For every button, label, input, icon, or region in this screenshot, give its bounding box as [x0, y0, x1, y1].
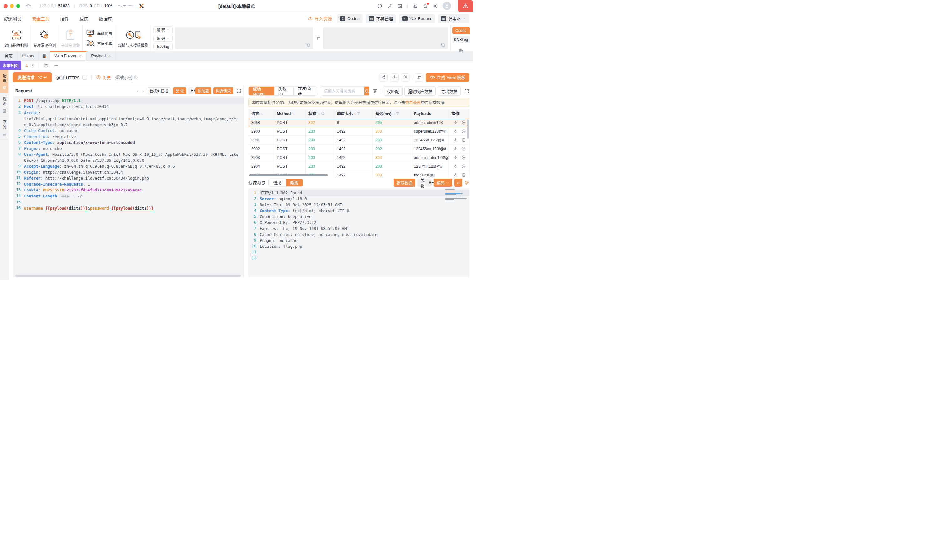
open-detail-arrow-icon[interactable] [460, 138, 468, 142]
column-header-6[interactable]: 操作 [449, 109, 469, 118]
maximize-window-button[interactable] [16, 4, 20, 8]
add-tab-plus-icon[interactable] [54, 63, 58, 68]
side-nav-rules[interactable]: 规则 [0, 93, 8, 116]
request-button-hot-reload[interactable]: 热加载 [195, 87, 211, 94]
search-icon[interactable] [321, 111, 325, 116]
tool-crawler[interactable]: 基础爬虫 [86, 29, 112, 37]
table-row-2902[interactable]: 2902POST2001492202123456aa,123!@# [248, 145, 469, 153]
editor-minimap[interactable] [446, 189, 468, 204]
retry-lightning-icon[interactable] [451, 138, 460, 142]
preview-tab-request[interactable]: 请求 [269, 179, 286, 186]
menubar-button-notepad[interactable]: ▦记事本 [438, 14, 469, 23]
horizontal-scrollbar[interactable] [15, 275, 241, 277]
import-button[interactable] [401, 73, 409, 82]
open-detail-arrow-icon[interactable] [460, 155, 468, 160]
retry-lightning-icon[interactable] [451, 147, 460, 151]
tool-space-engine[interactable]: 空间引擎 [86, 39, 112, 47]
tool-port-scan[interactable]: 端口/指纹扫描 [2, 25, 31, 51]
request-button-beautify[interactable]: 美 化 [173, 87, 186, 94]
avatar[interactable] [443, 2, 451, 10]
force-https-toggle[interactable]: 强制 HTTPS [56, 74, 87, 80]
response-editor[interactable]: 1HTTP/1.1 302 Found2Server: nginx/1.18.0… [248, 188, 469, 277]
home-icon[interactable] [26, 3, 31, 9]
tool-brute[interactable]: 爆破与未授权检测 [115, 25, 151, 51]
prev-arrow-icon[interactable]: ‹ [136, 88, 140, 94]
notifications-bell-icon[interactable] [423, 3, 428, 8]
send-request-button[interactable]: 发送请求 ⌥ ↵ [12, 72, 52, 82]
tools-icon[interactable] [387, 3, 392, 8]
window-controls[interactable] [4, 4, 20, 8]
generate-yaml-button[interactable]: </> 生成 Yaml 模板 [426, 73, 469, 82]
menu-item-database[interactable]: 数据库 [99, 15, 112, 22]
sort-icons[interactable]: ↑↓ [354, 112, 356, 115]
sort-icons[interactable]: ↑↓ [393, 112, 395, 115]
save-icon[interactable] [43, 63, 49, 68]
table-row-2901[interactable]: 2901POST2001492200123456a,123!@# [248, 136, 469, 145]
next-arrow-icon[interactable]: › [142, 88, 145, 94]
brute-example-link[interactable]: 爆破示例 [115, 74, 138, 80]
retry-lightning-icon[interactable] [451, 129, 460, 134]
close-icon[interactable] [108, 54, 111, 58]
fuzzer-subtab-seq-1[interactable]: 1 [21, 61, 39, 70]
retry-lightning-icon[interactable] [451, 120, 460, 125]
column-header-4[interactable]: 延迟(ms)↑↓ [372, 109, 411, 118]
table-row-2903[interactable]: 2903POST2001492304administrator,123!@# [248, 153, 469, 162]
codec-button-fuzztag[interactable]: fuzztag [153, 43, 173, 50]
sort-icons[interactable]: ↑↓ [261, 112, 263, 115]
codec-output-area[interactable] [323, 27, 448, 49]
preview-button-encode[interactable]: 编码 [434, 178, 452, 187]
filter-funnel-icon[interactable] [357, 112, 361, 115]
column-header-0[interactable]: 请求↑↓ [248, 109, 274, 118]
wrap-line-button[interactable] [454, 178, 462, 187]
menu-item-security-tools[interactable]: 安全工具 [32, 15, 49, 22]
editor-settings-gear-icon[interactable] [464, 180, 469, 185]
fullscreen-icon[interactable] [465, 89, 469, 94]
close-icon[interactable] [78, 54, 82, 58]
open-detail-arrow-icon[interactable] [460, 120, 468, 125]
fullscreen-icon[interactable] [237, 89, 241, 93]
codec-input-area[interactable] [175, 27, 313, 49]
side-nav-config[interactable]: 配置 [0, 70, 8, 93]
request-editor[interactable]: 1POST /login.php HTTP/1.12Host ?: challe… [13, 96, 244, 277]
tool-vuln-scan[interactable]: 专项漏洞检测 [31, 25, 58, 51]
column-header-5[interactable]: Payloads [411, 109, 449, 118]
close-window-button[interactable] [4, 4, 8, 8]
menu-item-pentest[interactable]: 渗透测试 [4, 15, 21, 22]
side-tab-dnslog[interactable]: DNSLog [452, 36, 470, 43]
tab-db-grid[interactable] [39, 51, 50, 60]
side-nav-sequence[interactable]: 序列 [0, 116, 8, 140]
request-button-packet-scan[interactable]: 数据包扫描 [147, 87, 171, 94]
column-header-2[interactable]: 状态↑↓ [306, 109, 334, 118]
menubar-button-dict-manage[interactable]: ▤字典管理 [366, 14, 396, 23]
tab-web-fuzzer[interactable]: Web Fuzzer [50, 51, 87, 60]
menu-item-plugins[interactable]: 插件 [60, 15, 69, 22]
table-row-2900[interactable]: 2900POST2001492300superuser,123!@# [248, 127, 469, 136]
results-button-extract-response[interactable]: 提取响应数据 [405, 86, 436, 96]
swap-icon[interactable] [315, 36, 321, 41]
share-button[interactable] [379, 73, 388, 82]
minimize-window-button[interactable] [10, 4, 14, 8]
tab-payload[interactable]: Payload [87, 51, 116, 60]
preview-button-extract-data[interactable]: 提取数据 [394, 178, 415, 187]
filter-funnel-icon[interactable] [396, 112, 400, 115]
results-tab-concurrent[interactable]: 并发/负载 [294, 87, 317, 95]
menubar-button-yak-runner[interactable]: >_Yak Runner [399, 14, 435, 23]
search-button[interactable] [365, 87, 369, 95]
codec-button-encode[interactable]: 编 码 [153, 35, 173, 42]
side-tab-codec[interactable]: Codec [452, 27, 470, 34]
open-detail-arrow-icon[interactable] [460, 129, 468, 134]
preview-tab-response[interactable]: 响应 [286, 179, 303, 186]
sort-asc-icon[interactable] [458, 48, 464, 54]
horizontal-scrollbar[interactable] [249, 174, 328, 177]
help-icon[interactable] [377, 3, 382, 8]
column-header-1[interactable]: Method↑↓ [274, 109, 306, 118]
close-icon[interactable] [31, 63, 34, 67]
open-detail-arrow-icon[interactable] [460, 173, 468, 177]
preview-button-hex[interactable]: HEX [425, 178, 432, 187]
open-detail-arrow-icon[interactable] [460, 164, 468, 169]
retry-lightning-icon[interactable] [451, 173, 460, 177]
view-all-link[interactable]: 查看全部 [405, 100, 421, 105]
open-detail-arrow-icon[interactable] [460, 146, 468, 151]
table-row-2904[interactable]: 2904POST2001492200123!@#,123!@# [248, 162, 469, 171]
history-link[interactable]: 历史 [96, 74, 111, 80]
